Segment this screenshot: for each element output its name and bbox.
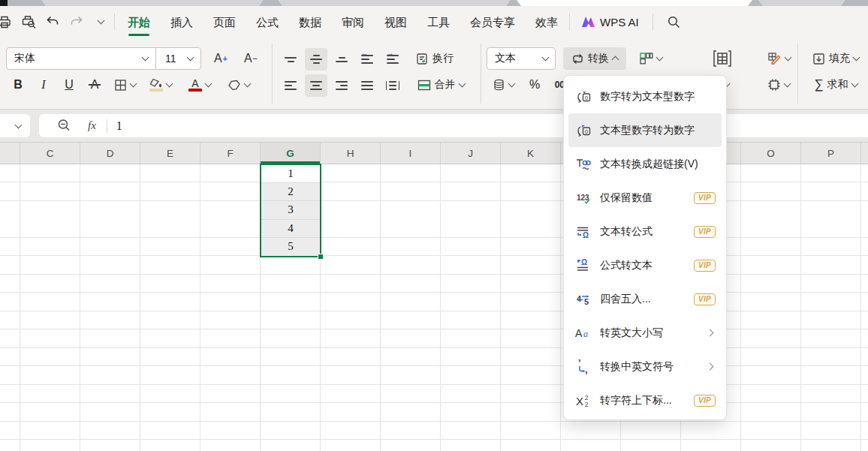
menu-item[interactable]: 0数字转为文本型数字: [568, 80, 722, 113]
align-right-button[interactable]: [330, 74, 353, 97]
justify-button[interactable]: [356, 74, 378, 97]
sum-button[interactable]: ∑ 求和: [805, 74, 866, 96]
column-header-D[interactable]: D: [80, 143, 140, 164]
menu-item[interactable]: X22转字符上下标...VIP: [568, 383, 722, 417]
menu-tab-会员专享[interactable]: 会员专享: [470, 13, 515, 33]
align-bottom-button[interactable]: [330, 48, 353, 71]
menu-tab-插入[interactable]: 插入: [170, 13, 193, 33]
column-header-J[interactable]: J: [441, 143, 501, 164]
zoom-out-icon[interactable]: [57, 119, 71, 133]
decrease-font-button[interactable]: A−: [238, 47, 264, 70]
merge-cells-button[interactable]: 合并: [410, 74, 472, 96]
search-icon[interactable]: [667, 15, 681, 29]
selected-cell-g2[interactable]: 2: [261, 183, 320, 201]
convert-button[interactable]: 转换: [563, 47, 626, 70]
wrap-text-button[interactable]: 换行: [410, 47, 460, 70]
menu-tab-工具[interactable]: 工具: [427, 13, 450, 33]
column-header-O[interactable]: O: [741, 143, 801, 164]
font-size-select[interactable]: 11: [165, 53, 188, 65]
grid-body[interactable]: [0, 164, 868, 451]
font-name-select[interactable]: 宋体: [14, 52, 143, 65]
menu-tab-数据[interactable]: 数据: [299, 13, 321, 33]
menu-tab-效率[interactable]: 效率: [535, 13, 558, 33]
cell-selection-g1-g5[interactable]: 12345: [260, 164, 321, 257]
menu-tab-审阅[interactable]: 审阅: [342, 13, 364, 33]
column-header-P[interactable]: P: [801, 143, 861, 164]
document-tab-active[interactable]: [517, 0, 752, 6]
clear-format-button[interactable]: [222, 74, 255, 96]
qat-more-chevron-icon[interactable]: [90, 11, 111, 33]
font-name-size-combo: 宋体 11: [6, 47, 201, 70]
menu-item[interactable]: Aa转英文大小写: [568, 316, 722, 350]
divider: [653, 14, 653, 30]
underline-button[interactable]: U: [59, 74, 80, 96]
align-left-button[interactable]: [279, 74, 302, 97]
formula-value[interactable]: 1: [116, 119, 122, 133]
undo-button[interactable]: [42, 11, 63, 33]
increase-font-button[interactable]: A+: [208, 47, 234, 70]
rows-columns-button[interactable]: [633, 47, 668, 70]
print-preview-button[interactable]: [18, 11, 39, 33]
menu-item[interactable]: 文本转换成超链接(V): [568, 147, 722, 181]
italic-button[interactable]: I: [33, 74, 54, 96]
column-header-I[interactable]: I: [381, 143, 441, 164]
decrease-indent-button[interactable]: ←: [356, 48, 378, 71]
formula-input-area[interactable]: fx 1: [39, 114, 868, 137]
menu-item[interactable]: ’,转换中英文符号: [568, 350, 722, 383]
align-top-button[interactable]: [279, 48, 302, 71]
document-tab[interactable]: [278, 0, 511, 6]
menu-item[interactable]: Ω公式转文本VIP: [568, 248, 722, 282]
menu-item[interactable]: 123仅保留数值VIP: [568, 181, 722, 215]
menu-item-label: 文本转换成超链接(V): [600, 158, 716, 171]
font-size-chevron-icon[interactable]: [187, 54, 194, 62]
fill-color-button[interactable]: [144, 74, 177, 96]
percent-format-button[interactable]: %: [524, 74, 545, 96]
column-header-C[interactable]: C: [20, 143, 80, 164]
name-box[interactable]: [0, 114, 30, 137]
menu-item[interactable]: 45四舍五入...VIP: [568, 282, 722, 316]
menu-tab-开始[interactable]: 开始: [128, 13, 150, 33]
number-format-combo[interactable]: 文本: [487, 47, 556, 70]
column-header-G[interactable]: G: [261, 143, 321, 164]
column-header-F[interactable]: F: [200, 143, 261, 164]
name-box-chevron-icon: [15, 121, 23, 128]
english-case-icon: Aa: [574, 326, 592, 341]
column-header-H[interactable]: H: [321, 143, 381, 164]
document-tab[interactable]: [758, 0, 845, 6]
border-frame-button[interactable]: [761, 74, 796, 96]
menu-item[interactable]: 0文本型数字转为数字: [568, 113, 722, 147]
currency-format-button[interactable]: [488, 74, 518, 96]
selected-cell-g1[interactable]: 1: [261, 165, 320, 183]
column-header-K[interactable]: K: [501, 143, 561, 164]
menu-tab-公式[interactable]: 公式: [256, 13, 279, 33]
wps-ai-label[interactable]: WPS AI: [600, 16, 639, 29]
selected-cell-g5[interactable]: 5: [261, 238, 320, 256]
fill-handle[interactable]: [318, 254, 324, 260]
font-name-chevron-icon[interactable]: [142, 54, 149, 62]
fill-color-bar: [149, 89, 163, 92]
increase-indent-button[interactable]: →: [381, 48, 404, 71]
save-button[interactable]: [0, 11, 15, 33]
fill-button[interactable]: 填充: [805, 47, 866, 70]
fx-icon[interactable]: fx: [88, 119, 96, 132]
distributed-align-button[interactable]: [381, 74, 404, 97]
selected-cell-g3[interactable]: 3: [261, 201, 320, 219]
redo-button[interactable]: [66, 11, 87, 33]
menu-item[interactable]: Ω文本转公式VIP: [568, 215, 722, 248]
strikethrough-button[interactable]: A: [84, 74, 105, 96]
menu-tab-页面[interactable]: 页面: [213, 13, 236, 33]
column-header-E[interactable]: E: [140, 143, 200, 164]
style-brush-button[interactable]: [761, 47, 796, 70]
borders-button[interactable]: [110, 74, 140, 96]
align-center-button[interactable]: [305, 74, 327, 97]
bold-button[interactable]: B: [8, 74, 29, 96]
divider: [481, 44, 481, 104]
submenu-chevron-icon: [707, 329, 714, 337]
selected-cell-g4[interactable]: 4: [261, 220, 320, 238]
text-to-formula-icon: Ω: [574, 224, 592, 239]
cell-options-button[interactable]: [706, 46, 739, 71]
document-tab[interactable]: [41, 0, 264, 6]
align-middle-button[interactable]: [305, 48, 327, 71]
font-color-button[interactable]: A: [183, 74, 216, 96]
menu-tab-视图[interactable]: 视图: [384, 13, 407, 33]
